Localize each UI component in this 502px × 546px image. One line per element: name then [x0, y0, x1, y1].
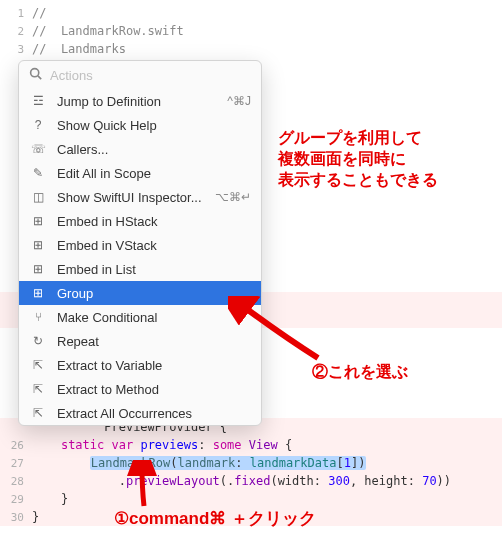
menu-item-label: Embed in List [57, 262, 136, 277]
menu-item-label: Callers... [57, 142, 108, 157]
menu-item-icon: ⇱ [29, 358, 47, 372]
code-text: // LandmarkRow.swift [32, 24, 502, 38]
line-number: 3 [0, 43, 32, 56]
menu-item-embed-in-hstack[interactable]: ⊞Embed in HStack [19, 209, 261, 233]
annotation-choose-this: ②これを選ぶ [312, 362, 408, 383]
menu-item-icon: ↻ [29, 334, 47, 348]
code-text: // [32, 6, 502, 20]
line-number: 28 [0, 475, 32, 488]
menu-item-extract-to-variable[interactable]: ⇱Extract to Variable [19, 353, 261, 377]
code-text: // Landmarks [32, 42, 502, 56]
action-popover: ☲Jump to Definition^⌘J?Show Quick Help☏C… [18, 60, 262, 426]
annotation-group-explain: グループを利用して 複数画面を同時に 表示することもできる [278, 128, 438, 190]
line-number: 30 [0, 511, 32, 524]
menu-item-callers[interactable]: ☏Callers... [19, 137, 261, 161]
line-number: 29 [0, 493, 32, 506]
line-number: 1 [0, 7, 32, 20]
code-line[interactable]: 28 .previewLayout(.fixed(width: 300, hei… [0, 472, 502, 490]
code-line[interactable]: 29 } [0, 490, 502, 508]
menu-item-label: Show SwiftUI Inspector... [57, 190, 202, 205]
menu-item-make-conditional[interactable]: ⑂Make Conditional [19, 305, 261, 329]
line-number: 27 [0, 457, 32, 470]
menu-item-icon: ? [29, 118, 47, 132]
code-line[interactable]: 2// LandmarkRow.swift [0, 22, 502, 40]
menu-item-shortcut: ⌥⌘↵ [215, 190, 251, 204]
menu-item-label: Make Conditional [57, 310, 157, 325]
search-icon [29, 67, 42, 83]
menu-item-icon: ✎ [29, 166, 47, 180]
menu-item-label: Embed in VStack [57, 238, 157, 253]
menu-item-icon: ◫ [29, 190, 47, 204]
menu-item-label: Extract to Variable [57, 358, 162, 373]
code-text: .previewLayout(.fixed(width: 300, height… [32, 474, 502, 488]
menu-item-label: Extract All Occurrences [57, 406, 192, 421]
menu-item-show-swiftui-inspector[interactable]: ◫Show SwiftUI Inspector...⌥⌘↵ [19, 185, 261, 209]
menu-item-shortcut: ^⌘J [227, 94, 251, 108]
menu-item-group[interactable]: ⊞Group [19, 281, 261, 305]
menu-item-extract-all-occurrences[interactable]: ⇱Extract All Occurrences [19, 401, 261, 425]
code-line[interactable]: 1// [0, 4, 502, 22]
menu-item-icon: ⊞ [29, 286, 47, 300]
line-number: 2 [0, 25, 32, 38]
code-text: } [32, 492, 502, 506]
menu-item-icon: ⇱ [29, 382, 47, 396]
code-line[interactable]: 3// Landmarks [0, 40, 502, 58]
code-text: LandmarkRow(landmark: landmarkData[1]) [32, 456, 502, 470]
svg-point-0 [31, 69, 39, 77]
menu-item-embed-in-list[interactable]: ⊞Embed in List [19, 257, 261, 281]
menu-item-edit-all-in-scope[interactable]: ✎Edit All in Scope [19, 161, 261, 185]
code-line[interactable]: 26 static var previews: some View { [0, 436, 502, 454]
menu-item-icon: ⊞ [29, 238, 47, 252]
code-text: static var previews: some View { [32, 438, 502, 452]
menu-item-icon: ⊞ [29, 214, 47, 228]
menu-item-icon: ⇱ [29, 406, 47, 420]
menu-item-label: Jump to Definition [57, 94, 161, 109]
menu-item-extract-to-method[interactable]: ⇱Extract to Method [19, 377, 261, 401]
menu-item-show-quick-help[interactable]: ?Show Quick Help [19, 113, 261, 137]
menu-item-label: Edit All in Scope [57, 166, 151, 181]
menu-item-label: Repeat [57, 334, 99, 349]
line-number: 26 [0, 439, 32, 452]
menu-item-embed-in-vstack[interactable]: ⊞Embed in VStack [19, 233, 261, 257]
annotation-cmd-click: ①command⌘ ＋クリック [114, 508, 316, 530]
menu-item-icon: ⑂ [29, 310, 47, 324]
menu-item-label: Embed in HStack [57, 214, 157, 229]
menu-item-label: Extract to Method [57, 382, 159, 397]
menu-item-icon: ☲ [29, 94, 47, 108]
popover-search-row [19, 61, 261, 89]
menu-item-label: Show Quick Help [57, 118, 157, 133]
menu-item-jump-to-definition[interactable]: ☲Jump to Definition^⌘J [19, 89, 261, 113]
menu-item-icon: ⊞ [29, 262, 47, 276]
svg-line-1 [38, 76, 41, 79]
menu-item-label: Group [57, 286, 93, 301]
menu-item-icon: ☏ [29, 142, 47, 156]
popover-search-input[interactable] [50, 68, 251, 83]
menu-item-repeat[interactable]: ↻Repeat [19, 329, 261, 353]
code-line[interactable]: 27 LandmarkRow(landmark: landmarkData[1]… [0, 454, 502, 472]
